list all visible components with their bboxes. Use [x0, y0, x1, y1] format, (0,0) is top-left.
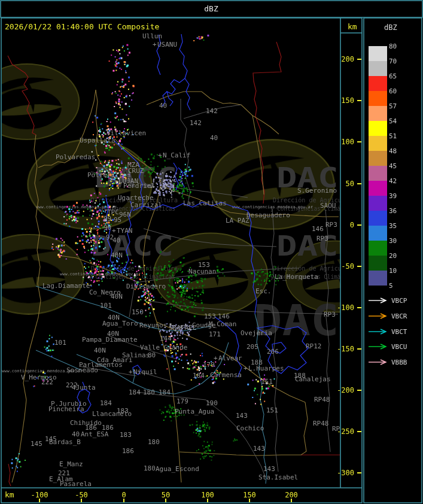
- scale-label: 42: [389, 177, 397, 185]
- echo-pixel: [95, 202, 96, 204]
- echo-pixel: [182, 367, 184, 368]
- echo-pixel: [172, 406, 173, 408]
- echo-pixel: [153, 170, 154, 171]
- map-label: 144: [160, 335, 172, 342]
- echo-pixel: [181, 184, 183, 186]
- echo-pixel: [153, 157, 154, 159]
- echo-pixel: [234, 439, 235, 440]
- map-label: 184: [159, 388, 171, 396]
- echo-pixel: [198, 435, 199, 436]
- echo-pixel: [116, 50, 117, 51]
- echo-pixel: [164, 267, 165, 268]
- echo-pixel: [107, 119, 108, 120]
- echo-pixel: [142, 272, 143, 274]
- echo-pixel: [202, 454, 203, 455]
- echo-pixel: [134, 274, 135, 275]
- echo-pixel: [263, 275, 264, 276]
- echo-pixel: [92, 151, 93, 153]
- echo-pixel: [150, 173, 152, 175]
- echo-pixel: [144, 303, 145, 305]
- scale-block: [369, 271, 387, 286]
- scale-label: 60: [389, 87, 397, 95]
- echo-pixel: [120, 271, 122, 273]
- echo-pixel: [108, 147, 109, 148]
- echo-pixel: [183, 291, 184, 292]
- echo-pixel: [11, 462, 13, 464]
- echo-pixel: [196, 313, 197, 314]
- echo-pixel: [112, 70, 114, 72]
- echo-pixel: [202, 356, 203, 357]
- echo-pixel: [206, 427, 207, 429]
- echo-pixel: [212, 442, 213, 443]
- echo-pixel: [205, 452, 206, 453]
- echo-pixel: [129, 81, 130, 82]
- echo-pixel: [158, 193, 159, 194]
- echo-pixel: [163, 355, 165, 356]
- echo-pixel: [77, 210, 78, 211]
- echo-pixel: [194, 315, 196, 317]
- echo-pixel: [191, 175, 193, 177]
- echo-pixel: [56, 246, 57, 247]
- echo-pixel: [219, 277, 220, 278]
- echo-pixel: [117, 95, 118, 96]
- echo-pixel: [93, 235, 95, 237]
- echo-pixel: [175, 181, 176, 182]
- echo-pixel: [83, 211, 84, 212]
- echo-pixel: [101, 123, 102, 125]
- map-label: Pincheira: [48, 405, 84, 413]
- echo-pixel: [92, 234, 93, 235]
- echo-pixel: [182, 354, 183, 355]
- echo-pixel: [144, 175, 145, 177]
- echo-pixel: [99, 127, 100, 128]
- echo-pixel: [165, 265, 166, 266]
- echo-pixel: [108, 145, 109, 146]
- echo-pixel: [171, 410, 172, 411]
- echo-pixel: [93, 239, 95, 241]
- echo-pixel: [121, 161, 122, 162]
- echo-pixel: [150, 312, 151, 314]
- echo-pixel: [89, 215, 90, 216]
- map-label: Cochico: [236, 424, 264, 432]
- echo-pixel: [77, 220, 78, 221]
- echo-pixel: [145, 297, 146, 298]
- echo-pixel: [157, 272, 159, 274]
- echo-pixel: [166, 331, 168, 333]
- echo-pixel: [138, 296, 139, 297]
- echo-pixel: [178, 302, 179, 303]
- echo-pixel: [144, 265, 145, 266]
- echo-pixel: [99, 130, 101, 132]
- echo-pixel: [72, 211, 74, 212]
- echo-pixel: [184, 172, 185, 174]
- echo-pixel: [264, 393, 265, 394]
- echo-pixel: [82, 232, 84, 234]
- echo-pixel: [186, 299, 187, 300]
- echo-pixel: [104, 151, 105, 153]
- echo-pixel: [99, 193, 101, 195]
- echo-pixel: [93, 242, 95, 244]
- echo-pixel: [77, 254, 78, 255]
- echo-pixel: [272, 274, 273, 275]
- echo-pixel: [115, 160, 117, 161]
- echo-pixel: [16, 457, 17, 459]
- echo-pixel: [93, 262, 95, 264]
- echo-pixel: [131, 99, 132, 101]
- echo-pixel: [148, 294, 149, 295]
- echo-pixel: [182, 271, 183, 272]
- echo-pixel: [17, 471, 18, 472]
- echo-pixel: [105, 247, 106, 248]
- echo-pixel: [77, 243, 78, 244]
- echo-pixel: [147, 166, 148, 167]
- echo-pixel: [145, 300, 146, 301]
- echo-pixel: [183, 257, 184, 259]
- echo-pixel: [150, 303, 151, 305]
- echo-pixel: [51, 356, 53, 357]
- echo-pixel: [95, 145, 96, 146]
- echo-pixel: [179, 174, 181, 175]
- echo-pixel: [104, 186, 105, 187]
- echo-pixel: [187, 362, 189, 364]
- echo-pixel: [166, 368, 168, 369]
- echo-pixel: [159, 268, 160, 269]
- echo-pixel: [144, 293, 146, 295]
- echo-pixel: [83, 215, 84, 217]
- echo-pixel: [183, 302, 185, 304]
